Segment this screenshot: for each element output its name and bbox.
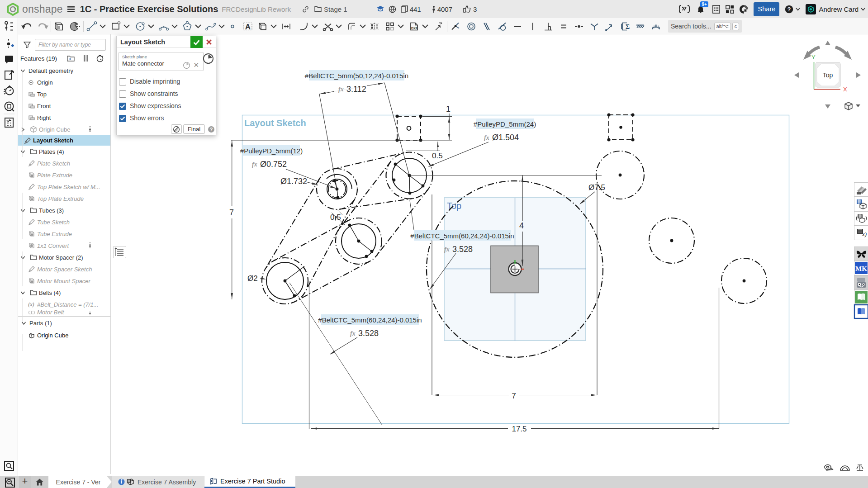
svg-text:#PulleyPD_5mm(24): #PulleyPD_5mm(24): [474, 120, 536, 128]
svg-text:Σ: Σ: [626, 24, 630, 30]
svg-text:?: ?: [787, 6, 791, 12]
svg-text:Top: Top: [447, 201, 461, 211]
svg-text:fx: fx: [350, 330, 356, 337]
svg-text:Ø0.752: Ø0.752: [260, 160, 287, 169]
svg-text:fx: fx: [338, 86, 344, 93]
svg-text:Ø2: Ø2: [247, 274, 258, 283]
svg-text:MK: MK: [855, 265, 867, 272]
svg-text:#BeltCTC_5mm(60,24,24)-0.015in: #BeltCTC_5mm(60,24,24)-0.015in: [410, 232, 514, 240]
svg-text:4: 4: [519, 221, 524, 230]
svg-text:Top: Top: [823, 71, 833, 79]
svg-text:Ø1.732: Ø1.732: [280, 177, 307, 186]
svg-text:Ø7.5: Ø7.5: [588, 183, 605, 192]
svg-text:#BeltCTC_5mm(60,24,24)-0.015in: #BeltCTC_5mm(60,24,24)-0.015in: [318, 316, 422, 324]
svg-text:3.528: 3.528: [452, 245, 473, 254]
svg-text:X: X: [843, 86, 847, 93]
svg-text:Ø1.504: Ø1.504: [492, 133, 519, 142]
svg-text:#BeltCTC_5mm(50,12,24)-0.015in: #BeltCTC_5mm(50,12,24)-0.015in: [305, 72, 408, 80]
svg-text:x): x): [862, 231, 867, 237]
svg-text:17.5: 17.5: [512, 425, 526, 433]
svg-text:A: A: [245, 23, 251, 31]
svg-text:7: 7: [229, 208, 234, 217]
svg-text:0.5: 0.5: [432, 152, 443, 160]
svg-text:7: 7: [512, 392, 516, 400]
svg-text:DXF: DXF: [411, 27, 418, 30]
svg-text:3.528: 3.528: [358, 329, 379, 338]
svg-text:fx: fx: [484, 134, 489, 141]
svg-text:Layout Sketch: Layout Sketch: [244, 118, 306, 128]
svg-text:fx: fx: [252, 161, 257, 168]
svg-text:3.112: 3.112: [346, 85, 366, 94]
svg-text:1: 1: [446, 104, 451, 114]
svg-text:fx: fx: [444, 246, 450, 253]
svg-text:#PulleyPD_5mm(12): #PulleyPD_5mm(12): [240, 147, 303, 155]
svg-text:Y: Y: [811, 54, 816, 61]
